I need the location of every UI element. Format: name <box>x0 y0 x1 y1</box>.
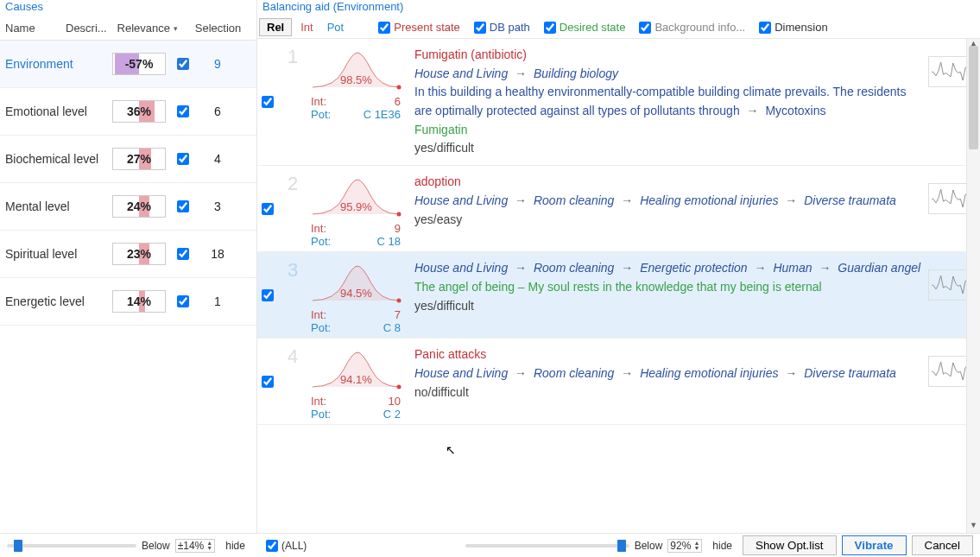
item-dim: yes/difficult <box>414 297 923 316</box>
pot-value: C 1E36 <box>364 108 401 121</box>
int-value: 7 <box>395 308 401 321</box>
int-value: 10 <box>389 395 401 408</box>
item-number: 4 <box>281 342 304 421</box>
int-label: Int: <box>311 308 326 321</box>
hide-left[interactable]: hide <box>220 540 250 552</box>
cause-checkbox[interactable] <box>177 153 189 165</box>
scroll-thumb[interactable] <box>969 46 978 149</box>
balancing-item[interactable]: 394.5%Int:7Pot:C 8House and Living → Roo… <box>257 252 980 339</box>
chevron-down-icon: ▾ <box>174 24 178 33</box>
item-checkbox[interactable] <box>262 203 274 215</box>
scroll-down-icon[interactable]: ▼ <box>967 521 980 533</box>
cause-count: 9 <box>200 57 235 71</box>
item-db: House and Living → Room cleaning → Heali… <box>414 364 923 383</box>
int-value: 6 <box>395 95 401 108</box>
right-slider[interactable] <box>465 544 629 548</box>
cause-row[interactable]: Biochemical level27%4 <box>0 136 256 183</box>
item-rel: 95.9% <box>340 200 372 213</box>
pot-label: Pot: <box>311 321 331 334</box>
col-name[interactable]: Name <box>2 22 62 35</box>
balancing-item[interactable]: 295.9%Int:9Pot:C 18adoptionHouse and Liv… <box>257 166 980 252</box>
cause-name: Biochemical level <box>2 152 112 166</box>
item-db: House and Living → Room cleaning → Heali… <box>414 192 923 211</box>
cause-row[interactable]: Mental level24%3 <box>0 183 256 231</box>
all-checkbox[interactable]: (ALL) <box>257 540 315 552</box>
cause-name: Energetic level <box>2 294 112 308</box>
toggle-present-state[interactable]: Present state <box>373 19 465 35</box>
item-checkbox[interactable] <box>262 96 274 108</box>
item-bgtext: The angel of being – My soul rests in th… <box>414 278 923 297</box>
right-threshold-spinner[interactable]: 92%▲▼ <box>667 539 702 553</box>
pot-label: Pot: <box>311 408 331 421</box>
int-label: Int: <box>311 222 326 235</box>
cause-row[interactable]: Spiritual level23%18 <box>0 231 256 278</box>
vibrate-button[interactable]: Vibrate <box>842 535 907 555</box>
svg-point-2 <box>397 299 401 303</box>
tab-rel[interactable]: Rel <box>259 18 292 36</box>
cause-row[interactable]: Environment-57%9 <box>0 41 256 88</box>
pot-label: Pot: <box>311 108 331 121</box>
cause-checkbox[interactable] <box>177 58 189 70</box>
balancing-item[interactable]: 494.1%Int:10Pot:C 2Panic attacksHouse an… <box>257 339 980 425</box>
item-present: Fumigatin (antibiotic) <box>414 46 923 65</box>
int-label: Int: <box>311 95 326 108</box>
cause-row[interactable]: Energetic level14%1 <box>0 278 256 326</box>
relevance-value: 24% <box>112 195 166 218</box>
svg-point-1 <box>397 212 401 217</box>
item-number: 2 <box>281 169 304 248</box>
pot-value: C 2 <box>383 408 401 421</box>
relevance-value: 14% <box>112 290 166 313</box>
cause-row[interactable]: Emotional level36%6 <box>0 88 256 136</box>
cause-checkbox[interactable] <box>177 248 189 260</box>
toggle-desired-state[interactable]: Desired state <box>539 19 631 35</box>
col-descri[interactable]: Descri... <box>62 22 112 35</box>
svg-point-3 <box>397 385 401 389</box>
cause-checkbox[interactable] <box>177 295 189 307</box>
cause-count: 4 <box>200 152 235 166</box>
item-desired: In this building a healthy environmental… <box>414 83 923 120</box>
relevance-value: 23% <box>112 243 166 265</box>
cause-count: 18 <box>200 247 235 261</box>
item-checkbox[interactable] <box>262 376 274 388</box>
show-opt-list-button[interactable]: Show Opt.list <box>743 535 837 555</box>
item-db: House and Living → Building biology <box>414 65 923 84</box>
below-label-left: Below <box>142 540 170 552</box>
balancing-item[interactable]: 198.5%Int:6Pot:C 1E36Fumigatin (antibiot… <box>257 39 980 166</box>
scrollbar[interactable]: ▲ ▼ <box>966 39 980 533</box>
cause-count: 1 <box>200 294 235 308</box>
toggle-dimension[interactable]: Dimension <box>754 19 832 35</box>
pot-label: Pot: <box>311 235 331 248</box>
relevance-value: -57% <box>112 53 166 75</box>
cause-name: Emotional level <box>2 104 112 118</box>
relevance-value: 27% <box>112 148 166 170</box>
hide-right[interactable]: hide <box>707 540 737 552</box>
item-dim: no/difficult <box>414 383 923 402</box>
pot-value: C 18 <box>377 235 401 248</box>
balancing-toggles: Rel Int Pot Present state DB path Desire… <box>257 16 980 39</box>
item-dim: yes/difficult <box>414 139 923 158</box>
tab-pot[interactable]: Pot <box>322 19 350 35</box>
item-checkbox[interactable] <box>262 289 274 301</box>
toggle-background-info[interactable]: Background info... <box>634 19 750 35</box>
causes-header: Name Descri... Relevance▾ Selection <box>0 16 256 41</box>
left-threshold-spinner[interactable]: ±14%▲▼ <box>175 539 216 553</box>
item-number: 1 <box>281 42 304 161</box>
cause-checkbox[interactable] <box>177 200 189 212</box>
cancel-button[interactable]: Cancel <box>912 535 974 555</box>
col-relevance[interactable]: Relevance▾ <box>112 22 181 35</box>
item-dim: yes/easy <box>414 211 923 230</box>
relevance-value: 36% <box>112 100 166 123</box>
item-number: 3 <box>281 256 304 334</box>
cause-name: Mental level <box>2 199 112 213</box>
toggle-db-path[interactable]: DB path <box>469 19 535 35</box>
left-slider[interactable] <box>7 544 136 548</box>
tab-int[interactable]: Int <box>295 19 318 35</box>
item-present: Panic attacks <box>414 345 923 364</box>
item-present: adoption <box>414 173 923 192</box>
causes-title: Causes <box>0 0 256 16</box>
col-selection[interactable]: Selection <box>181 22 255 35</box>
cause-name: Environment <box>2 57 112 71</box>
cause-checkbox[interactable] <box>177 105 189 117</box>
balancing-title: Balancing aid (Environment) <box>257 0 980 16</box>
cause-count: 3 <box>200 199 235 213</box>
